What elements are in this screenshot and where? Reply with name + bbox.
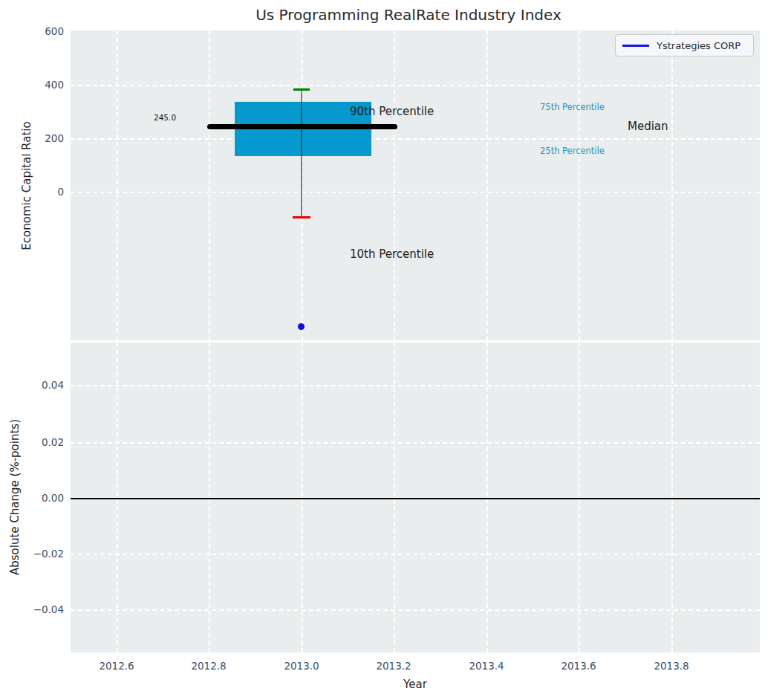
company-data-point: [298, 323, 305, 330]
p90-annotation: 90th Percentile: [350, 105, 434, 118]
legend-series-label: Ystrategies CORP: [657, 40, 741, 51]
p10-annotation: 10th Percentile: [350, 247, 434, 261]
median-annotation: Median: [628, 120, 668, 133]
gridline-h: [71, 85, 760, 86]
gridline-h: [71, 442, 760, 444]
top-ylabel: Economic Capital Ratio: [20, 121, 33, 250]
xtick: 2013.2: [364, 660, 423, 672]
top-subplot: 90th Percentile 10th Percentile 75th Per…: [71, 30, 760, 340]
gridline-v: [394, 30, 395, 340]
bottom-subplot: [71, 343, 760, 652]
gridline-h: [71, 609, 760, 611]
chart-title: Us Programming RealRate Industry Index: [256, 6, 562, 24]
gridline-v: [671, 30, 673, 340]
p90-whisker-cap: [293, 88, 310, 91]
xlabel: Year: [403, 678, 427, 691]
xtick: 2013.0: [272, 660, 331, 672]
ytick-bottom: 0.04: [0, 379, 64, 391]
median-line: [207, 124, 397, 129]
zero-reference-line: [71, 498, 760, 499]
bottom-ylabel: Absolute Change (%-points): [8, 419, 22, 575]
median-value-label: 245.0: [154, 113, 176, 122]
xtick: 2013.8: [642, 660, 701, 672]
xtick: 2013.4: [457, 660, 516, 672]
gridline-v: [209, 30, 210, 340]
gridline-v: [486, 30, 488, 340]
gridline-h: [71, 385, 760, 386]
xtick: 2012.8: [179, 660, 238, 672]
legend-line-icon: [622, 45, 649, 47]
xtick: 2013.6: [549, 660, 608, 672]
gridline-h: [71, 192, 760, 193]
gridline-h: [71, 138, 760, 140]
p10-whisker-cap: [293, 216, 310, 218]
ytick-top: 400: [0, 79, 64, 91]
p25-annotation: 25th Percentile: [540, 146, 605, 156]
legend: Ystrategies CORP: [615, 34, 754, 56]
whisker-line: [301, 89, 302, 218]
gridline-v: [579, 30, 580, 340]
chart-figure: Us Programming RealRate Industry Index 9…: [0, 0, 768, 700]
ytick-bottom: −0.04: [0, 603, 64, 615]
ytick-top: 600: [0, 25, 64, 37]
gridline-v: [117, 30, 118, 340]
xtick: 2012.6: [87, 660, 146, 672]
gridline-h: [71, 554, 760, 555]
p75-annotation: 75th Percentile: [540, 102, 605, 112]
